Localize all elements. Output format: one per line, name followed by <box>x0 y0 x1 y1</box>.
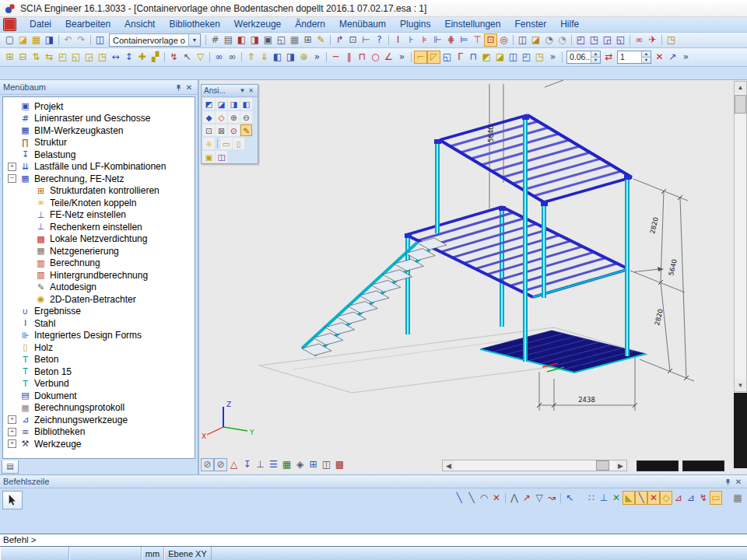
zoom-all-button[interactable]: ⊠ <box>216 124 227 136</box>
model-display-button[interactable]: ◈ <box>293 458 307 471</box>
vscroll-thumb[interactable] <box>735 95 746 114</box>
cursor-snap-settings-button[interactable]: ↖ <box>563 491 576 505</box>
tree-item-berechnungsprotokoll[interactable]: ▦Berechnungsprotokoll <box>3 402 195 415</box>
view-axo-2-button[interactable]: ◪ <box>216 98 227 110</box>
toggle-corner-br-button[interactable]: ◳ <box>533 51 546 64</box>
view-perspective-button[interactable]: ◆ <box>203 111 215 123</box>
fly-mode-button[interactable]: ✈ <box>646 33 659 47</box>
scroll-down-icon[interactable]: ▼ <box>735 380 746 391</box>
supports-display-button[interactable]: ⊥ <box>254 458 267 471</box>
tree-item-beton-15[interactable]: TBeton 15 <box>3 366 195 378</box>
chevron-down-icon[interactable]: ▼ <box>238 86 247 95</box>
snap-orthogonal-button[interactable]: ◇ <box>660 491 672 505</box>
viewpoint-b-button[interactable]: ∞ <box>226 51 239 64</box>
member-1d-button[interactable]: ⊦ <box>405 33 418 47</box>
rotate-button[interactable]: ◰ <box>56 51 69 64</box>
menu-fenster[interactable]: Fenster <box>507 17 553 32</box>
tree-item-projekt[interactable]: ▣Projekt <box>3 100 195 113</box>
context-help-button[interactable]: ? <box>373 33 386 47</box>
save-all-button[interactable]: ◨ <box>43 33 56 47</box>
close-window-button[interactable]: ◱ <box>614 33 627 47</box>
edit-view-button[interactable]: ✎ <box>240 124 252 136</box>
remove-from-selection-button[interactable]: ⇓ <box>258 51 271 64</box>
draw-angle-button[interactable]: ∠ <box>382 51 395 64</box>
member-slab-button[interactable]: ⋕ <box>444 33 458 47</box>
tree-item-holz[interactable]: ▯Holz <box>3 341 195 354</box>
tree-item-werkzeuge[interactable]: +⚒Werkzeuge <box>3 438 195 450</box>
toggle-corner-ul-button[interactable]: ◩ <box>480 51 493 64</box>
spin-down-icon[interactable]: ▼ <box>642 57 651 63</box>
dock-tab-icon[interactable]: ▤ <box>2 460 19 474</box>
new-file-button[interactable]: ▢ <box>3 33 16 47</box>
toggle-box-button[interactable]: ◫ <box>507 51 520 64</box>
menu-ndern[interactable]: Ändern <box>288 17 332 32</box>
menu-plugins[interactable]: Plugins <box>393 17 437 32</box>
select-special-button[interactable]: ↖ <box>181 51 194 64</box>
snap-node-button[interactable]: ╲ <box>635 491 647 505</box>
expand-plus-icon[interactable]: + <box>8 415 16 424</box>
tree-item-2d-daten-betrachter[interactable]: ◉2D-Daten-Betrachter <box>3 293 195 306</box>
toggle-frame-button[interactable]: Γ <box>454 51 467 64</box>
units-setup-button[interactable]: # <box>209 33 222 47</box>
undo-button[interactable]: ↶ <box>61 33 75 47</box>
view-camera-button[interactable]: ◇ <box>216 111 227 123</box>
redo-button[interactable]: ↷ <box>75 33 88 47</box>
spin-up-icon[interactable]: ▲ <box>591 51 600 57</box>
erase-marks-button[interactable]: ✕ <box>653 51 666 64</box>
status-empty-1[interactable] <box>0 547 69 560</box>
vscroll-track[interactable] <box>735 93 746 380</box>
toggle-grid-button[interactable]: ⌐ <box>414 51 427 64</box>
swap-scale-button[interactable]: ⇄ <box>602 51 615 64</box>
layers-button[interactable]: ▤ <box>222 33 235 47</box>
view-axo-4-button[interactable]: ◧ <box>240 98 252 110</box>
palette-close-icon[interactable]: ✕ <box>247 86 255 95</box>
lasso-select-button[interactable]: ▽ <box>194 51 207 64</box>
tile-windows-button[interactable]: ◳ <box>587 33 601 47</box>
property-brush-button[interactable]: ⊕ <box>297 51 310 64</box>
save-button[interactable]: ▦ <box>30 33 43 47</box>
menu-datei[interactable]: Datei <box>23 17 58 32</box>
render-mode-button[interactable]: ◫ <box>216 151 227 163</box>
render-settings-button[interactable]: ▦ <box>280 458 293 471</box>
paste-properties-button[interactable]: ◨ <box>284 51 297 64</box>
tree-item-berechnung-fe-netz[interactable]: −▦Berechnung, FE-Netz <box>3 173 195 185</box>
user-blocks-button[interactable]: ◨ <box>248 33 261 47</box>
loads-display-button[interactable]: ↧ <box>240 458 254 471</box>
snap-endpoints-button[interactable]: ⊥ <box>598 491 610 505</box>
ratio-spin-arrows[interactable]: ▲▼ <box>641 51 651 63</box>
visibility-group-a-button[interactable]: ◔ <box>542 33 556 47</box>
open-viewer-button[interactable]: ◪ <box>529 33 542 47</box>
dim-scale-spin-arrows[interactable]: ▲▼ <box>591 51 600 63</box>
snap-arc-button[interactable]: ◠ <box>478 491 490 505</box>
tree-item-autodesign[interactable]: ✎Autodesign <box>3 282 195 294</box>
3d-model-view[interactable]: X Y Z 2820 5640 2820 5640 2438 <box>199 80 733 474</box>
open-file-button[interactable]: ◪ <box>16 33 30 47</box>
overflow-a-button[interactable]: » <box>310 51 324 64</box>
snap-parallel-button[interactable]: ⊿ <box>685 491 697 505</box>
snap-tangent-button[interactable]: ↗ <box>521 491 533 505</box>
close-icon[interactable]: ✕ <box>184 82 195 93</box>
tree-item-ergebnisse[interactable]: ∪Ergebnisse <box>3 306 195 318</box>
scale-button[interactable]: ◳ <box>96 51 109 64</box>
status-plane[interactable]: Ebene XY <box>164 547 212 560</box>
section-display-b-button[interactable]: ⊘ <box>214 458 227 471</box>
copy-button[interactable]: ⊞ <box>3 51 16 64</box>
snap-off-button[interactable]: ✕ <box>490 491 503 505</box>
display-parameters-button[interactable]: ☰ <box>267 458 280 471</box>
menu-men-baum[interactable]: Menübaum <box>332 17 393 32</box>
menu-bearbeiten[interactable]: Bearbeiten <box>58 17 117 32</box>
member-support-button[interactable]: ⊨ <box>458 33 471 47</box>
tree-item-hintergrundberechnung[interactable]: ▥Hintergrundberechnung <box>3 269 195 282</box>
tree-item-bibliotheken[interactable]: +≡Bibliotheken <box>3 426 195 439</box>
snap-vertex-button[interactable]: ⋀ <box>508 491 521 505</box>
measure-button[interactable]: ⊢ <box>359 33 373 47</box>
move-rotate-button[interactable]: ⇆ <box>43 51 56 64</box>
toggle-corner-ur-button[interactable]: ◪ <box>493 51 507 64</box>
snap-intersection-button[interactable]: ✕ <box>647 491 660 505</box>
vertical-scrollbar[interactable]: ▲ ▼ <box>734 81 747 392</box>
window-split-button[interactable]: ◫ <box>516 33 529 47</box>
clip-plane-button[interactable]: ▯ <box>233 138 244 149</box>
toggle-snap-button[interactable]: ◸ <box>427 51 440 64</box>
array-button[interactable]: ◲ <box>82 51 96 64</box>
tree-item-integriertes-design-forms[interactable]: ⊪Integriertes Design Forms <box>3 330 195 342</box>
